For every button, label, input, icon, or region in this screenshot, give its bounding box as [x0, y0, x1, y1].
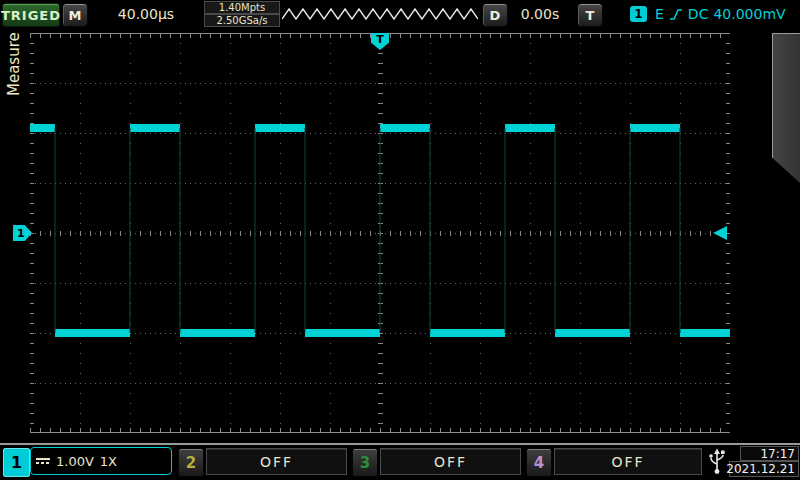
bottom-separator-line: [0, 443, 800, 445]
memory-depth-readout: 1.40Mpts: [204, 1, 280, 14]
dc-coupling-icon: [36, 458, 50, 464]
channel3-key[interactable]: 3: [352, 448, 378, 477]
channel1-badge[interactable]: 1: [3, 448, 30, 477]
channel2-status-box[interactable]: OFF: [206, 448, 347, 475]
horizontal-menu-key[interactable]: M: [62, 3, 88, 27]
channel3-status-box[interactable]: OFF: [380, 448, 521, 475]
channel1-scale-readout: 1.00V: [56, 454, 94, 469]
clock-time: 17:17: [740, 446, 799, 461]
sample-rate-readout: 2.50GSa/s: [204, 14, 280, 27]
trigger-level-readout: 40.000mV: [713, 6, 785, 22]
waveform-graticule: T: [30, 33, 730, 433]
acquisition-readout: 1.40Mpts 2.50GSa/s: [204, 1, 280, 27]
channel4-status-box[interactable]: OFF: [554, 448, 702, 475]
measure-tab-label[interactable]: Measure: [0, 14, 28, 114]
channel1-probe-readout: 1X: [100, 454, 117, 469]
trigger-coupling-label: DC: [688, 6, 709, 22]
horizontal-offset-readout: 0.00s: [508, 3, 572, 25]
channel1-settings-box[interactable]: 1.00V 1X: [30, 447, 172, 475]
clock-date: 2021.12.21: [729, 461, 799, 477]
usb-icon: [706, 448, 728, 476]
measure-side-tab[interactable]: [772, 33, 800, 183]
channel2-key[interactable]: 2: [178, 448, 204, 477]
rising-edge-icon: [669, 8, 683, 21]
trigger-settings-readout: E DC 40.000mV: [655, 3, 786, 25]
trigger-source-label: E: [655, 6, 664, 22]
channel4-key[interactable]: 4: [526, 448, 552, 477]
delay-menu-key[interactable]: D: [482, 3, 508, 27]
timebase-readout: 40.00μs: [100, 3, 192, 25]
oscilloscope-screen: TRIGED M 40.00μs 1.40Mpts 2.50GSa/s D 0.…: [0, 0, 800, 480]
memory-position-waveform-strip: [282, 6, 478, 22]
channel-status-bar: 1 1.00V 1X 2 OFF 3 OFF 4 OFF 17:17 2021.: [0, 447, 800, 478]
top-status-bar: TRIGED M 40.00μs 1.40Mpts 2.50GSa/s D 0.…: [0, 0, 800, 28]
trigger-menu-key[interactable]: T: [577, 3, 603, 27]
channel1-waveform-trace: [30, 33, 730, 433]
trigger-source-channel-badge: 1: [630, 6, 647, 22]
